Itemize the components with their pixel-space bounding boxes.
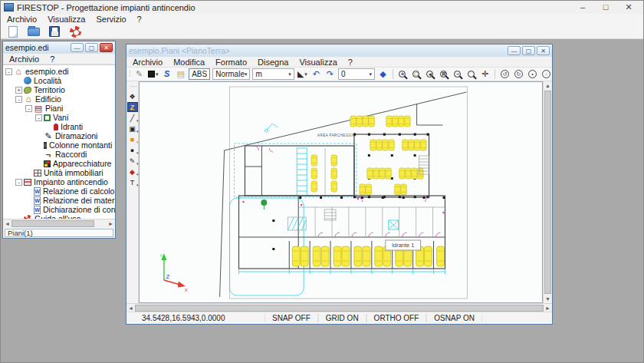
color-swatch[interactable]: ▾ [147,68,159,80]
cad-hscroll-thumb[interactable] [135,305,544,312]
chevron-down-icon[interactable]: ▾ [136,118,139,123]
eraser-icon[interactable]: ◆ [377,68,389,80]
column-tool[interactable]: ■▾ [127,134,138,144]
chevron-down-icon[interactable]: ▾ [156,71,159,78]
room-tool[interactable]: ▣▾ [127,124,138,134]
cad-minimize-button[interactable]: — [508,46,521,55]
zoom-realtime-button[interactable]: R [438,68,449,80]
scroll-right-icon[interactable]: ► [107,219,115,228]
chevron-down-icon[interactable]: ▾ [245,71,248,78]
menu-item-visualizza[interactable]: Visualizza [48,15,85,24]
maximize-button[interactable]: □ [594,1,617,14]
zoom-extents-button[interactable] [465,68,477,80]
tree-window-titlebar[interactable]: esempio.edi — ▢ ✕ [3,41,115,54]
tree-expand-icon[interactable]: - [25,105,32,112]
line-tool[interactable]: ╱▾ [127,113,138,123]
tree-hscrollbar[interactable]: ◄ ► [3,219,115,227]
zoom-in-button[interactable]: + [396,68,408,80]
cad-vscroll-thumb[interactable] [544,91,551,294]
tree-close-button[interactable]: ✕ [100,43,113,52]
chevron-down-icon[interactable]: ▾ [136,140,139,144]
drawing-canvas[interactable]: AREA PARCHEGGIO [139,81,543,303]
tree-item-idranti[interactable]: Idranti [3,122,115,131]
view-reset-button[interactable]: ◦ [540,68,552,80]
style-combo[interactable]: Normale▾ [212,68,250,80]
tree-item-colonne-montanti[interactable]: Colonne montanti [3,140,115,150]
ortho-toggle[interactable]: ORTHO OFF [366,314,427,322]
cad-hscrollbar[interactable]: ◄ ► [127,303,552,312]
menu-item-formato[interactable]: Formato [215,58,247,67]
tree-expand-icon[interactable]: - [35,114,42,121]
chevron-down-icon[interactable]: ▾ [288,71,291,78]
menu-item-[interactable]: ? [50,54,54,64]
tree-item-edificio[interactable]: -Edificio [3,94,115,104]
hydrant-tool[interactable]: ◆▾ [127,167,138,177]
zoom-mode-tool[interactable]: Z [127,102,138,112]
zoom-window-button[interactable]: □ [410,68,422,80]
chevron-down-icon[interactable]: ▾ [136,150,139,155]
floor-plan[interactable]: AREA PARCHEGGIO [140,82,542,302]
tree-expand-icon[interactable]: - [15,96,22,103]
grid-toggle[interactable]: GRID ON [318,314,366,322]
new-file-button[interactable] [5,25,21,38]
tree-item-esempio-edi[interactable]: -esempio.edi [3,67,115,76]
menu-item-disegna[interactable]: Disegna [258,58,288,67]
minimize-button[interactable]: – [571,1,594,14]
cad-vscrollbar[interactable]: ▲ ▼ [543,81,552,303]
tree-item-localit-[interactable]: Località [3,76,115,85]
tree-expand-icon[interactable]: + [15,87,22,94]
pan-button[interactable]: ✛ [479,68,491,80]
redo-button[interactable]: ↷ [324,68,336,80]
menu-item-modifica[interactable]: Modifica [173,58,205,67]
chevron-down-icon[interactable]: ▾ [136,161,139,166]
scroll-left-icon[interactable]: ◄ [3,219,12,228]
chevron-down-icon[interactable]: ▾ [136,129,139,134]
scroll-left-icon[interactable]: ◄ [127,304,135,312]
tree-item-piani[interactable]: -Piani [3,104,115,113]
tree-item-unit-immobiliari[interactable]: Unità immobiliari [3,168,115,177]
pencil-icon[interactable]: ✎ [133,68,145,80]
tree-expand-icon[interactable]: - [15,179,22,186]
pen-tool[interactable]: ✎▾ [127,156,138,166]
chevron-down-icon[interactable]: ▾ [136,172,139,177]
menu-item-visualizza[interactable]: Visualizza [299,58,337,67]
tree-item-vani[interactable]: -Vani [3,113,115,122]
scroll-up-icon[interactable]: ▲ [544,81,553,90]
tree-maximize-button[interactable]: ▢ [85,43,98,52]
open-file-button[interactable] [26,25,41,38]
tree-item-territorio[interactable]: +Territorio [3,85,115,94]
menu-item-archivio[interactable]: Archivio [7,15,37,24]
pointer-tool[interactable]: ❖ [127,91,138,101]
text-tool[interactable]: T▾ [127,177,138,187]
close-button[interactable]: ✕ [617,1,640,14]
osnap-toggle[interactable]: OSNAP ON [426,314,482,322]
tree-minimize-button[interactable]: — [71,43,84,52]
view-rotate-right-button[interactable]: ↻ [513,68,524,80]
help-button[interactable] [67,25,83,38]
view-top-button[interactable]: • [527,68,538,80]
angle-snap-icon[interactable]: ◣▾ [297,68,308,80]
view-rotate-left-button[interactable]: ↺ [499,68,511,80]
menu-item-[interactable]: ? [137,15,142,24]
chevron-down-icon[interactable]: ▾ [304,71,307,78]
circle-tool[interactable]: ●▾ [127,145,138,155]
tree-hscroll-thumb[interactable] [12,220,94,227]
chevron-down-icon[interactable]: ▾ [369,71,372,78]
tree-item-impianto-antincendio[interactable]: -Impianto antincendio [3,177,115,186]
tree-item-raccordi[interactable]: Raccordi [3,150,115,159]
save-button[interactable] [47,25,62,38]
abs-button[interactable]: ABS [189,68,210,80]
tree-item-relazione-di-calcolo[interactable]: WRelazione di calcolo [3,186,115,196]
zoom-out-button[interactable]: − [452,68,463,80]
undo-button[interactable]: ↶ [310,68,322,80]
chevron-down-icon[interactable]: ▾ [136,183,139,187]
tree-item-dichiarazione-di-conformit-d-m-[interactable]: WDichiarazione di conformità D.M. [3,205,115,214]
menu-item-archivio[interactable]: Archivio [9,54,39,64]
layer-icon[interactable]: ▤ [175,68,186,80]
zoom-previous-button[interactable]: ◂ [424,68,435,80]
cad-close-button[interactable]: ✕ [537,46,550,55]
tree-item-relazione-dei-materiali[interactable]: WRelazione dei materiali [3,196,115,205]
cad-window-titlebar[interactable]: esempio.Piani <PianoTerra> — ▢ ✕ [127,45,552,57]
spline-icon[interactable]: S [161,68,172,80]
scroll-down-icon[interactable]: ▼ [544,295,553,303]
